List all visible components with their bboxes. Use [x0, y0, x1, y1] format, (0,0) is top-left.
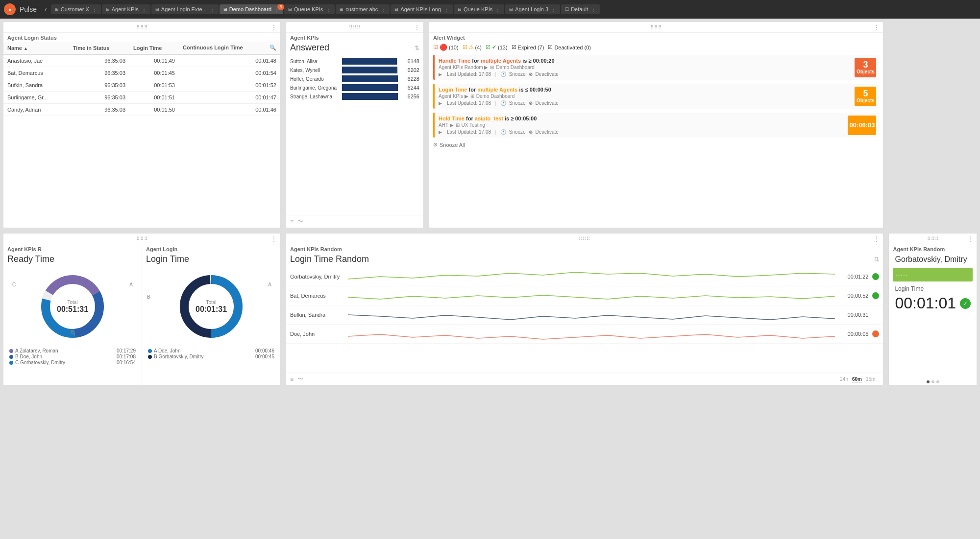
- sort-icon-random[interactable]: ⇅: [874, 256, 879, 263]
- alert-1-badge-label: Objects: [857, 69, 875, 74]
- filter-deactivated[interactable]: ☑ Deactivated (0): [548, 44, 591, 50]
- tab-agent-login-ext[interactable]: ⊟Agent Login Exte...⋮: [151, 4, 219, 14]
- tab-label-demo-dashboard: Demo Dashboard: [229, 6, 271, 12]
- tab-agent-login-3[interactable]: ⊟Agent Login 3⋮: [505, 4, 560, 14]
- checkbox-orange: ☑: [463, 44, 467, 50]
- snooze-link-1[interactable]: Snooze: [509, 71, 526, 77]
- tab-queue-kpis-2[interactable]: ⊟Queue KPIs⋮: [454, 4, 504, 14]
- tab-agent-kpis[interactable]: ⊟Agent KPIs⋮: [102, 4, 150, 14]
- cell-continuous-4: 00:01:46: [179, 104, 280, 116]
- chart-icon-random[interactable]: 〜: [297, 375, 303, 383]
- table-row: Bat, Demarcus 96:35:03 00:01:45 00:01:54: [3, 67, 280, 79]
- nav-prev-button[interactable]: ‹: [43, 5, 49, 13]
- cell-continuous-1: 00:01:54: [179, 67, 280, 79]
- cell-continuous-2: 00:01:52: [179, 79, 280, 92]
- tab-menu-customer-abc[interactable]: ⋮: [381, 7, 386, 12]
- agent-kpis-title: Agent KPIs: [286, 33, 423, 42]
- alert-2-badge-num: 5: [863, 89, 868, 98]
- tab-menu-customer-x[interactable]: ⋮: [92, 7, 97, 12]
- donut-chart-r: Total 00:51:31 C A B: [3, 267, 142, 346]
- snooze-all-button[interactable]: ⊗ Snooze All: [429, 140, 883, 150]
- time-tab-24h[interactable]: 24h: [840, 376, 848, 382]
- panel-menu-icon[interactable]: ⋮: [414, 23, 420, 31]
- alert-3-for: for: [466, 116, 475, 121]
- bar-label-0: Sutton, Alisa: [290, 59, 339, 64]
- page-dot-2[interactable]: [931, 380, 934, 383]
- cell-time-4: 96:35:03: [69, 104, 129, 116]
- kpi-sort-icon[interactable]: ⇅: [415, 45, 419, 51]
- donut-time-login: 00:01:31: [196, 305, 227, 314]
- filter-expired[interactable]: ☑ Expired (7): [512, 44, 544, 50]
- panel-menu-icon[interactable]: ⋮: [270, 235, 277, 243]
- agent-login-title: Agent Login: [142, 244, 280, 253]
- tab-customer-abc[interactable]: ⊞customer abc⋮: [336, 4, 390, 14]
- expand-icon-2[interactable]: ▶: [439, 101, 442, 106]
- legend-b-label: B Doe, John: [15, 354, 42, 359]
- tab-menu-agent-kpis[interactable]: ⋮: [142, 7, 147, 12]
- filter-red[interactable]: ☑ 🔴 (10): [433, 44, 459, 51]
- search-icon[interactable]: 🔍: [270, 45, 276, 51]
- time-tab-60m[interactable]: 60m: [852, 376, 862, 382]
- alert-1-path-text: Agent KPIs Random ▶: [439, 65, 488, 70]
- alert-1: Handle Time for multiple Agents is ≥ 00:…: [433, 55, 879, 80]
- alert-3-title: Hold Time for asipto_test is ≥ 00:05:00: [439, 116, 846, 121]
- tab-menu-agent-login-ext[interactable]: ⋮: [210, 7, 215, 12]
- list-icon-random[interactable]: ≡: [290, 376, 294, 383]
- bar-track-3: [342, 84, 398, 91]
- bar-row-4: Strange, Lashawna 6256: [286, 92, 423, 101]
- drag-handle: ⠿⠿⠿: [349, 24, 361, 30]
- col-continuous-login-time[interactable]: Continuous Login Time 🔍: [179, 42, 280, 54]
- agent-kpis-metric-row: Answered ⇅: [286, 42, 423, 55]
- sparkline-4: [348, 327, 835, 341]
- tab-menu-default[interactable]: ⋮: [591, 7, 596, 12]
- line-value-3: 00:00:31: [839, 312, 868, 318]
- agent-progress-bar: • • • • •: [893, 268, 973, 281]
- agent-kpis-random2-panel: ⠿⠿⠿ ⋮ Agent KPIs Random Gorbatovskiy, Dm…: [888, 233, 977, 386]
- tab-customer-x[interactable]: ⊞Customer X⋮: [51, 4, 101, 14]
- line-row-4: Doe, John 00:00:05: [286, 325, 883, 344]
- cell-login-3: 00:01:51: [129, 92, 179, 104]
- snooze-link-3[interactable]: Snooze: [509, 129, 526, 135]
- col-login-time[interactable]: Login Time: [129, 42, 179, 54]
- col-time-in-status[interactable]: Time in Status: [69, 42, 129, 54]
- exclaim-icon: 🔴: [440, 44, 447, 51]
- tab-menu-queue-kpis[interactable]: ⋮: [326, 7, 331, 12]
- drag-handle: ⠿⠿⠿: [927, 236, 939, 241]
- tab-default[interactable]: ☐Default⋮: [561, 4, 600, 14]
- list-view-icon[interactable]: ≡: [290, 218, 294, 225]
- page-dot-1[interactable]: [927, 380, 930, 383]
- filter-green[interactable]: ☑ ✔ (13): [486, 44, 508, 50]
- panel-menu-icon[interactable]: ⋮: [967, 235, 974, 243]
- panel-header: ⠿⠿⠿ ⋮: [286, 22, 423, 33]
- donut-label-login: Total 00:01:31: [196, 300, 227, 314]
- donut-total-label-r: Total: [57, 300, 88, 305]
- tab-menu-queue-kpis-2[interactable]: ⋮: [495, 7, 500, 12]
- chart-view-icon[interactable]: 〜: [297, 217, 303, 226]
- time-tab-15m[interactable]: 15m: [866, 376, 875, 382]
- panel-menu-icon[interactable]: ⋮: [873, 235, 880, 243]
- expand-icon[interactable]: ▶: [439, 72, 442, 77]
- panel-menu-icon[interactable]: ⋮: [270, 23, 277, 31]
- agent-login-subtitle: Login Time: [142, 253, 280, 267]
- tab-demo-dashboard[interactable]: ⊞Demo Dashboard5⋮: [220, 4, 283, 14]
- agent-kpis-random2-name: Gorbatovskiy, Dmitry: [889, 253, 977, 266]
- tab-menu-agent-login-3[interactable]: ⋮: [551, 7, 556, 12]
- panel-menu-icon[interactable]: ⋮: [873, 23, 880, 31]
- agent-login-status-panel: ⠿⠿⠿ ⋮ Agent Login Status Name Time in St…: [3, 22, 281, 228]
- filter-orange[interactable]: ☑ ⚠ (4): [463, 44, 482, 50]
- tab-menu-agent-kpis-long[interactable]: ⋮: [444, 7, 449, 12]
- deactivate-link-2[interactable]: Deactivate: [536, 100, 559, 106]
- tab-agent-kpis-long[interactable]: ⊟Agent KPIs Long⋮: [391, 4, 453, 14]
- snooze-link-2[interactable]: Snooze: [509, 100, 526, 106]
- snooze-icon-3: 🕐: [500, 129, 506, 135]
- deactivate-link-3[interactable]: Deactivate: [536, 129, 559, 135]
- col-name[interactable]: Name: [3, 42, 69, 54]
- page-dot-3[interactable]: [936, 380, 939, 383]
- expand-icon-3[interactable]: ▶: [439, 130, 442, 135]
- cell-login-0: 00:01:49: [129, 54, 179, 67]
- tab-queue-kpis[interactable]: ⊟Queue KPIs⋮: [284, 4, 335, 14]
- legend-a: A Zolatarev, Roman 00:17:29: [9, 348, 136, 353]
- cell-name-2: Bufkin, Sandra: [3, 79, 69, 92]
- agent-login-rows: Anastasio, Jae 96:35:03 00:01:49 00:01:4…: [3, 54, 280, 116]
- deactivate-link-1[interactable]: Deactivate: [536, 71, 559, 77]
